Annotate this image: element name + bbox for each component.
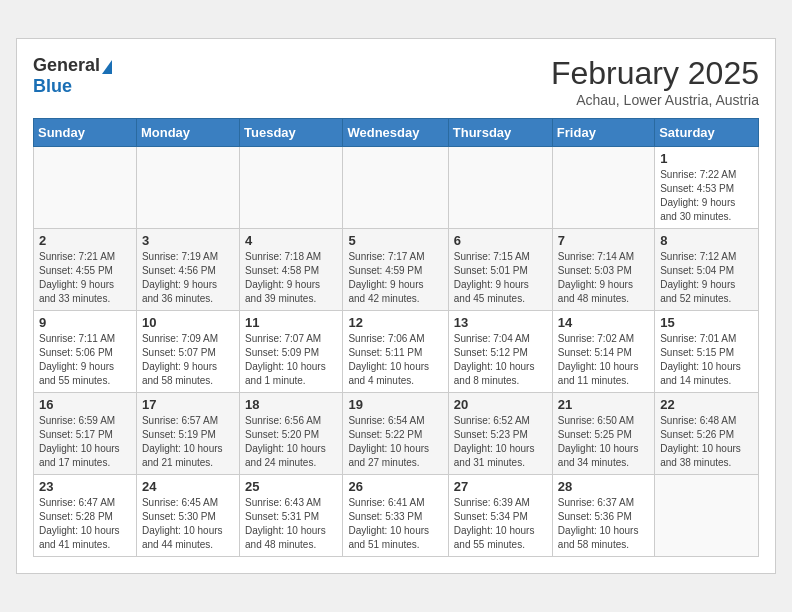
day-info: Sunrise: 7:15 AM Sunset: 5:01 PM Dayligh…: [454, 250, 547, 306]
day-number: 21: [558, 397, 649, 412]
day-cell: 8Sunrise: 7:12 AM Sunset: 5:04 PM Daylig…: [655, 229, 759, 311]
day-cell: 22Sunrise: 6:48 AM Sunset: 5:26 PM Dayli…: [655, 393, 759, 475]
day-number: 13: [454, 315, 547, 330]
calendar-table: SundayMondayTuesdayWednesdayThursdayFrid…: [33, 118, 759, 557]
logo-blue-text: Blue: [33, 76, 112, 97]
day-number: 9: [39, 315, 131, 330]
day-number: 7: [558, 233, 649, 248]
day-info: Sunrise: 7:14 AM Sunset: 5:03 PM Dayligh…: [558, 250, 649, 306]
day-number: 26: [348, 479, 442, 494]
day-cell: [136, 147, 239, 229]
day-cell: 3Sunrise: 7:19 AM Sunset: 4:56 PM Daylig…: [136, 229, 239, 311]
day-info: Sunrise: 7:21 AM Sunset: 4:55 PM Dayligh…: [39, 250, 131, 306]
week-row-2: 2Sunrise: 7:21 AM Sunset: 4:55 PM Daylig…: [34, 229, 759, 311]
day-cell: 1Sunrise: 7:22 AM Sunset: 4:53 PM Daylig…: [655, 147, 759, 229]
day-cell: 25Sunrise: 6:43 AM Sunset: 5:31 PM Dayli…: [240, 475, 343, 557]
calendar-container: General Blue February 2025 Achau, Lower …: [16, 38, 776, 574]
day-info: Sunrise: 7:12 AM Sunset: 5:04 PM Dayligh…: [660, 250, 753, 306]
day-number: 17: [142, 397, 234, 412]
day-number: 1: [660, 151, 753, 166]
logo-general-text: General: [33, 55, 100, 76]
day-info: Sunrise: 6:59 AM Sunset: 5:17 PM Dayligh…: [39, 414, 131, 470]
day-number: 19: [348, 397, 442, 412]
day-number: 27: [454, 479, 547, 494]
day-cell: [240, 147, 343, 229]
day-info: Sunrise: 7:17 AM Sunset: 4:59 PM Dayligh…: [348, 250, 442, 306]
weekday-header-wednesday: Wednesday: [343, 119, 448, 147]
location: Achau, Lower Austria, Austria: [551, 92, 759, 108]
day-info: Sunrise: 7:18 AM Sunset: 4:58 PM Dayligh…: [245, 250, 337, 306]
day-cell: 23Sunrise: 6:47 AM Sunset: 5:28 PM Dayli…: [34, 475, 137, 557]
day-info: Sunrise: 6:47 AM Sunset: 5:28 PM Dayligh…: [39, 496, 131, 552]
day-info: Sunrise: 7:01 AM Sunset: 5:15 PM Dayligh…: [660, 332, 753, 388]
day-cell: 27Sunrise: 6:39 AM Sunset: 5:34 PM Dayli…: [448, 475, 552, 557]
month-year: February 2025: [551, 55, 759, 92]
day-info: Sunrise: 6:57 AM Sunset: 5:19 PM Dayligh…: [142, 414, 234, 470]
day-number: 5: [348, 233, 442, 248]
day-cell: 13Sunrise: 7:04 AM Sunset: 5:12 PM Dayli…: [448, 311, 552, 393]
day-number: 18: [245, 397, 337, 412]
day-info: Sunrise: 6:37 AM Sunset: 5:36 PM Dayligh…: [558, 496, 649, 552]
day-cell: 15Sunrise: 7:01 AM Sunset: 5:15 PM Dayli…: [655, 311, 759, 393]
day-cell: 28Sunrise: 6:37 AM Sunset: 5:36 PM Dayli…: [552, 475, 654, 557]
day-number: 4: [245, 233, 337, 248]
weekday-header-tuesday: Tuesday: [240, 119, 343, 147]
day-cell: 16Sunrise: 6:59 AM Sunset: 5:17 PM Dayli…: [34, 393, 137, 475]
weekday-header-row: SundayMondayTuesdayWednesdayThursdayFrid…: [34, 119, 759, 147]
weekday-header-friday: Friday: [552, 119, 654, 147]
day-number: 22: [660, 397, 753, 412]
day-cell: 5Sunrise: 7:17 AM Sunset: 4:59 PM Daylig…: [343, 229, 448, 311]
day-cell: [655, 475, 759, 557]
day-info: Sunrise: 7:19 AM Sunset: 4:56 PM Dayligh…: [142, 250, 234, 306]
day-cell: [448, 147, 552, 229]
day-info: Sunrise: 7:02 AM Sunset: 5:14 PM Dayligh…: [558, 332, 649, 388]
day-cell: 6Sunrise: 7:15 AM Sunset: 5:01 PM Daylig…: [448, 229, 552, 311]
weekday-header-monday: Monday: [136, 119, 239, 147]
day-info: Sunrise: 6:43 AM Sunset: 5:31 PM Dayligh…: [245, 496, 337, 552]
day-number: 6: [454, 233, 547, 248]
day-info: Sunrise: 7:22 AM Sunset: 4:53 PM Dayligh…: [660, 168, 753, 224]
week-row-4: 16Sunrise: 6:59 AM Sunset: 5:17 PM Dayli…: [34, 393, 759, 475]
day-number: 20: [454, 397, 547, 412]
week-row-1: 1Sunrise: 7:22 AM Sunset: 4:53 PM Daylig…: [34, 147, 759, 229]
weekday-header-sunday: Sunday: [34, 119, 137, 147]
week-row-3: 9Sunrise: 7:11 AM Sunset: 5:06 PM Daylig…: [34, 311, 759, 393]
logo: General Blue: [33, 55, 112, 97]
day-number: 28: [558, 479, 649, 494]
day-cell: 26Sunrise: 6:41 AM Sunset: 5:33 PM Dayli…: [343, 475, 448, 557]
day-cell: [552, 147, 654, 229]
day-info: Sunrise: 7:11 AM Sunset: 5:06 PM Dayligh…: [39, 332, 131, 388]
weekday-header-saturday: Saturday: [655, 119, 759, 147]
day-cell: 19Sunrise: 6:54 AM Sunset: 5:22 PM Dayli…: [343, 393, 448, 475]
day-number: 24: [142, 479, 234, 494]
weekday-header-thursday: Thursday: [448, 119, 552, 147]
day-number: 14: [558, 315, 649, 330]
day-cell: 2Sunrise: 7:21 AM Sunset: 4:55 PM Daylig…: [34, 229, 137, 311]
day-info: Sunrise: 7:04 AM Sunset: 5:12 PM Dayligh…: [454, 332, 547, 388]
header: General Blue February 2025 Achau, Lower …: [33, 55, 759, 108]
day-info: Sunrise: 6:45 AM Sunset: 5:30 PM Dayligh…: [142, 496, 234, 552]
day-cell: 4Sunrise: 7:18 AM Sunset: 4:58 PM Daylig…: [240, 229, 343, 311]
day-cell: 24Sunrise: 6:45 AM Sunset: 5:30 PM Dayli…: [136, 475, 239, 557]
day-info: Sunrise: 6:39 AM Sunset: 5:34 PM Dayligh…: [454, 496, 547, 552]
day-info: Sunrise: 6:54 AM Sunset: 5:22 PM Dayligh…: [348, 414, 442, 470]
day-info: Sunrise: 7:06 AM Sunset: 5:11 PM Dayligh…: [348, 332, 442, 388]
day-number: 2: [39, 233, 131, 248]
day-number: 3: [142, 233, 234, 248]
day-info: Sunrise: 7:09 AM Sunset: 5:07 PM Dayligh…: [142, 332, 234, 388]
logo-triangle-icon: [102, 60, 112, 74]
day-cell: 10Sunrise: 7:09 AM Sunset: 5:07 PM Dayli…: [136, 311, 239, 393]
day-number: 15: [660, 315, 753, 330]
day-number: 16: [39, 397, 131, 412]
title-section: February 2025 Achau, Lower Austria, Aust…: [551, 55, 759, 108]
day-number: 8: [660, 233, 753, 248]
day-info: Sunrise: 6:41 AM Sunset: 5:33 PM Dayligh…: [348, 496, 442, 552]
day-number: 11: [245, 315, 337, 330]
day-cell: 18Sunrise: 6:56 AM Sunset: 5:20 PM Dayli…: [240, 393, 343, 475]
day-cell: 7Sunrise: 7:14 AM Sunset: 5:03 PM Daylig…: [552, 229, 654, 311]
day-info: Sunrise: 7:07 AM Sunset: 5:09 PM Dayligh…: [245, 332, 337, 388]
day-number: 10: [142, 315, 234, 330]
week-row-5: 23Sunrise: 6:47 AM Sunset: 5:28 PM Dayli…: [34, 475, 759, 557]
day-number: 23: [39, 479, 131, 494]
day-number: 25: [245, 479, 337, 494]
